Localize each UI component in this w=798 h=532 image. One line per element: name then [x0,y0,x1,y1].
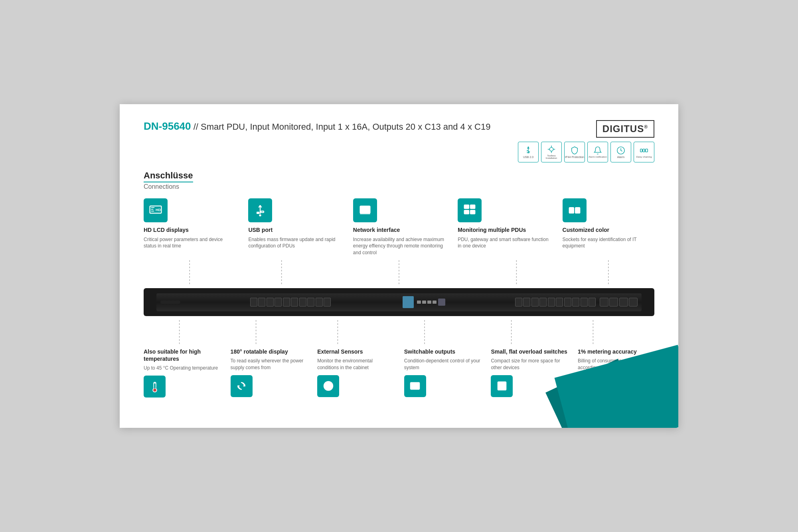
svg-point-60 [413,385,414,387]
svg-point-15 [259,214,261,216]
svg-rect-6 [643,149,645,152]
feature-sensors: External Sensors Monitor the environment… [317,348,394,404]
switch-desc: Condition-dependent control of your syst… [404,358,481,371]
pdu-rj45-ports [417,301,437,304]
svg-point-17 [367,210,369,212]
pdu-device-image [144,288,654,316]
svg-rect-7 [646,149,648,152]
color-desc: Sockets for easy identification of IT eq… [563,236,654,250]
badge-usb: USB 2.0 [518,142,539,162]
switch-title: Switchable outputs [404,348,455,355]
usb-title: USB port [248,226,273,233]
svg-rect-48 [154,383,156,388]
svg-rect-14 [261,211,264,213]
features-top: HD HD LCD displays Critical power parame… [144,198,654,256]
section-title-de: Anschlüsse [144,170,193,182]
connector-bottom-svg [144,320,654,344]
badge-alarm: Alarm [610,142,631,162]
hd-lcd-desc: Critical power parameters and device sta… [144,236,235,250]
rotate-desc: To read easily wherever the power supply… [231,358,307,371]
badge-ip44: IP44 Protection [564,142,585,162]
network-desc: Increase availability and achieve maximu… [353,236,445,256]
header: DN-95640 // Smart PDU, Input Monitored, … [144,120,654,162]
sensors-desc: Monitor the environmental conditions in … [317,358,394,371]
product-id: DN-95640 [144,120,191,132]
logo: DIGITUS® [596,120,654,138]
hd-lcd-title: HD LCD displays [144,226,189,233]
product-title-area: DN-95640 // Smart PDU, Input Monitored, … [144,120,490,133]
temp-title: Also suitable for high temperatures [144,348,220,362]
sensors-title: External Sensors [317,348,363,355]
pdu-control-module [438,299,445,306]
section-title-en: Connections [144,183,654,190]
network-title: Network interface [353,226,400,233]
monitoring-icon-box [458,198,482,222]
pdu-cable [160,301,180,304]
page-container: DN-95640 // Smart PDU, Input Monitored, … [120,104,678,427]
svg-rect-5 [640,149,642,152]
color-title: Customized color [563,226,609,233]
pdu-display [403,296,414,308]
svg-point-56 [328,385,329,387]
outlets-right [515,298,638,307]
feature-switchable: Switchable outputs Condition-dependent c… [404,348,481,404]
temp-desc: Up to 45 °C Operating temperature [144,365,218,372]
badge-daisy: Daisy chaining [634,142,654,162]
section-title-area: Anschlüsse Connections [144,170,654,190]
svg-rect-62 [498,382,506,390]
feature-temperature: Also suitable for high temperatures Up t… [144,348,220,404]
pdu-center [401,296,445,308]
pdu-strip [156,293,642,311]
metering-title: 1% metering accuracy [578,348,637,355]
rotate-title: 180° rotatable display [231,348,288,355]
badge-toolless: Toolless Installation [541,142,562,162]
product-title: DN-95640 // Smart PDU, Input Monitored, … [144,120,490,133]
network-icon-box [353,198,377,222]
badge-row: USB 2.0 Toolless Installation IP44 Prote… [518,142,654,162]
product-name: Smart PDU, Input Monitored, Input 1 x 16… [201,122,490,132]
usb-icon-box [248,198,272,222]
svg-point-61 [416,385,418,387]
feature-monitoring: Monitoring multiple PDUs PDU, gateway an… [458,198,549,256]
overload-title: Small, flat overload switches [491,348,567,355]
monitoring-title: Monitoring multiple PDUs [458,226,526,233]
overload-icon-box [491,375,513,397]
monitoring-desc: PDU, gateway and smart software function… [458,236,549,250]
svg-rect-33 [570,209,573,210]
separator: // [194,122,201,132]
hd-lcd-icon-box: HD [144,198,168,222]
temp-icon-box [144,376,166,398]
color-icon-box [563,198,587,222]
svg-rect-34 [576,209,579,210]
usb-desc: Enables mass firmware update and rapid c… [248,236,340,250]
feature-network: Network interface Increase availability … [353,198,445,256]
feature-rotate: 180° rotatable display To read easily wh… [231,348,307,404]
svg-text:HD: HD [156,208,161,212]
feature-hd-lcd: HD HD LCD displays Critical power parame… [144,198,235,256]
outlets-left [250,298,331,307]
feature-usb: USB port Enables mass firmware update an… [248,198,340,256]
switch-icon-box [404,375,426,397]
badge-alarm-notif: Alarm notification [587,142,608,162]
connector-bottom [144,320,654,344]
svg-rect-13 [257,212,259,214]
rotate-icon-box [231,375,253,397]
svg-point-0 [549,148,553,151]
svg-point-49 [153,388,156,392]
connector-top-svg [144,260,654,284]
feature-color: Customized color Sockets for easy identi… [563,198,654,256]
sensors-icon-box [317,375,339,397]
overload-desc: Compact size for more space for other de… [491,358,567,371]
connector-top [144,260,654,284]
